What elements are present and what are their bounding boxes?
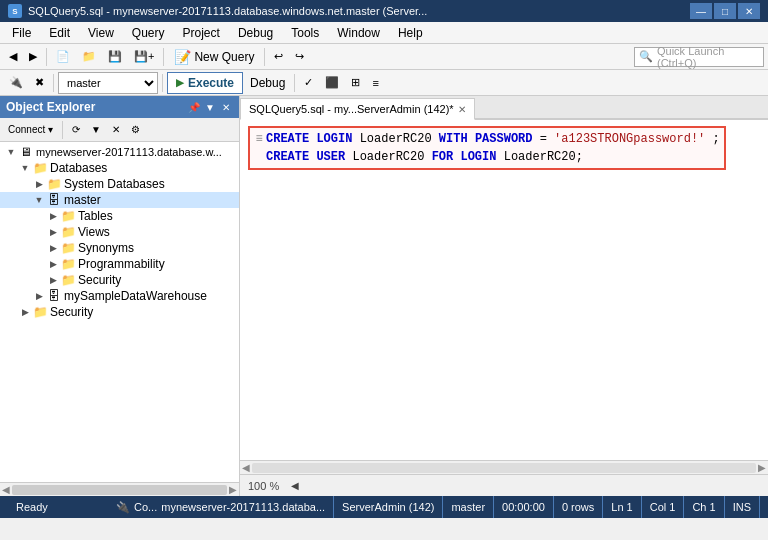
sample-dw-label: mySampleDataWarehouse [64, 289, 207, 303]
text-button[interactable]: ≡ [367, 72, 383, 94]
status-connection: 🔌 Co... mynewserver-20171113.databa... [108, 496, 334, 518]
oe-menu-button[interactable]: ▼ [203, 100, 217, 114]
execute-button[interactable]: ▶ Execute [167, 72, 243, 94]
sql-text-5: LoaderRC20 [352, 150, 431, 164]
editor-area: SQLQuery5.sql - my...ServerAdmin (142)* … [240, 96, 768, 496]
editor-tab-active[interactable]: SQLQuery5.sql - my...ServerAdmin (142)* … [240, 98, 475, 120]
execute-play-icon: ▶ [176, 77, 184, 88]
window-title: SQLQuery5.sql - mynewserver-20171113.dat… [28, 5, 427, 17]
menu-file[interactable]: File [4, 23, 39, 43]
object-explorer-title: Object Explorer [6, 100, 95, 114]
new-query-label: New Query [194, 50, 254, 64]
status-rows: 0 rows [554, 496, 603, 518]
tree-sample-dw[interactable]: ▶ 🗄 mySampleDataWarehouse [0, 288, 239, 304]
filter-btn[interactable]: ▼ [87, 122, 105, 137]
synonyms-expander[interactable]: ▶ [46, 241, 60, 255]
oe-scrollbar-h[interactable]: ◀ ▶ [0, 482, 239, 496]
status-ln: Ln 1 [603, 496, 641, 518]
master-expander[interactable]: ▼ [32, 193, 46, 207]
databases-expander[interactable]: ▼ [18, 161, 32, 175]
views-expander[interactable]: ▶ [46, 225, 60, 239]
security-top-expander[interactable]: ▶ [18, 305, 32, 319]
tree-master[interactable]: ▼ 🗄 master [0, 192, 239, 208]
zoom-label: 100 % [248, 480, 279, 492]
open-file-button[interactable]: 📁 [77, 46, 101, 68]
save-all-button[interactable]: 💾+ [129, 46, 159, 68]
sql-text-6: LoaderRC20; [504, 150, 583, 164]
connect-btn[interactable]: Connect ▾ [4, 122, 57, 137]
security-master-icon: 📁 [60, 273, 76, 287]
quick-launch-box[interactable]: 🔍 Quick Launch (Ctrl+Q) [634, 47, 764, 67]
views-label: Views [78, 225, 110, 239]
security-top-label: Security [50, 305, 93, 319]
app-icon: S [8, 4, 22, 18]
oe-pin-button[interactable]: 📌 [187, 100, 201, 114]
menu-edit[interactable]: Edit [41, 23, 78, 43]
kw-create-2: CREATE [266, 150, 309, 164]
clear-filter-btn[interactable]: ✕ [108, 122, 124, 137]
tree-programmability[interactable]: ▶ 📁 Programmability [0, 256, 239, 272]
tab-label: SQLQuery5.sql - my...ServerAdmin (142)* [249, 103, 454, 115]
menu-help[interactable]: Help [390, 23, 431, 43]
security-master-expander[interactable]: ▶ [46, 273, 60, 287]
tree-security-master[interactable]: ▶ 📁 Security [0, 272, 239, 288]
status-ready: Ready [8, 501, 108, 513]
object-explorer-tree: ▼ 🖥 mynewserver-20171113.database.w... ▼… [0, 142, 239, 482]
menu-query[interactable]: Query [124, 23, 173, 43]
prog-expander[interactable]: ▶ [46, 257, 60, 271]
menu-debug[interactable]: Debug [230, 23, 281, 43]
check-button[interactable]: ✓ [299, 72, 318, 94]
forward-button[interactable]: ▶ [24, 46, 42, 68]
tree-synonyms[interactable]: ▶ 📁 Synonyms [0, 240, 239, 256]
new-query-button[interactable]: 📝 New Query [168, 47, 260, 67]
save-button[interactable]: 💾 [103, 46, 127, 68]
toolbar-sep-exec-1 [53, 74, 54, 92]
grid-button[interactable]: ⊞ [346, 72, 365, 94]
kw-with: WITH [439, 132, 468, 146]
connect-button[interactable]: 🔌 [4, 72, 28, 94]
refresh-btn[interactable]: ⟳ [68, 122, 84, 137]
debug-button[interactable]: Debug [245, 72, 290, 94]
tab-close-btn[interactable]: ✕ [458, 104, 466, 115]
menu-tools[interactable]: Tools [283, 23, 327, 43]
sample-dw-expander[interactable]: ▶ [32, 289, 46, 303]
status-ins: INS [725, 496, 760, 518]
server-label: mynewserver-20171113.database.w... [36, 146, 222, 158]
tree-views[interactable]: ▶ 📁 Views [0, 224, 239, 240]
back-button[interactable]: ◀ [4, 46, 22, 68]
sample-dw-icon: 🗄 [46, 289, 62, 303]
tree-system-databases[interactable]: ▶ 📁 System Databases [0, 176, 239, 192]
undo-button[interactable]: ↩ [269, 46, 288, 68]
server-expander[interactable]: ▼ [4, 145, 18, 159]
tree-tables[interactable]: ▶ 📁 Tables [0, 208, 239, 224]
scroll-left-btn[interactable]: ◀ [291, 480, 299, 491]
minimize-button[interactable]: — [690, 3, 712, 19]
menu-bar: File Edit View Query Project Debug Tools… [0, 22, 768, 44]
tables-expander[interactable]: ▶ [46, 209, 60, 223]
props-btn[interactable]: ⚙ [127, 122, 144, 137]
tree-server[interactable]: ▼ 🖥 mynewserver-20171113.database.w... [0, 144, 239, 160]
tree-databases[interactable]: ▼ 📁 Databases [0, 160, 239, 176]
sql-text-1: LoaderRC20 [360, 132, 439, 146]
tree-security-top[interactable]: ▶ 📁 Security [0, 304, 239, 320]
system-db-expander[interactable]: ▶ [32, 177, 46, 191]
editor-scrollbar-h[interactable]: ◀ ▶ [240, 460, 768, 474]
database-selector[interactable]: master [58, 72, 158, 94]
oe-close-button[interactable]: ✕ [219, 100, 233, 114]
menu-window[interactable]: Window [329, 23, 388, 43]
maximize-button[interactable]: □ [714, 3, 736, 19]
disconnect-button[interactable]: ✖ [30, 72, 49, 94]
redo-button[interactable]: ↪ [290, 46, 309, 68]
new-file-button[interactable]: 📄 [51, 46, 75, 68]
editor-status-bar: 100 % ◀ [240, 474, 768, 496]
execute-toolbar: 🔌 ✖ master ▶ Execute Debug ✓ ⬛ ⊞ ≡ [0, 70, 768, 96]
sql-line-1: ≡ CREATE LOGIN LoaderRC20 WITH PASSWORD … [254, 130, 720, 148]
kw-login-2: LOGIN [460, 150, 496, 164]
menu-project[interactable]: Project [175, 23, 228, 43]
sql-editor[interactable]: ≡ CREATE LOGIN LoaderRC20 WITH PASSWORD … [240, 120, 768, 460]
menu-view[interactable]: View [80, 23, 122, 43]
stop-button[interactable]: ⬛ [320, 72, 344, 94]
status-col: Col 1 [642, 496, 685, 518]
status-time: 00:00:00 [494, 496, 554, 518]
close-button[interactable]: ✕ [738, 3, 760, 19]
